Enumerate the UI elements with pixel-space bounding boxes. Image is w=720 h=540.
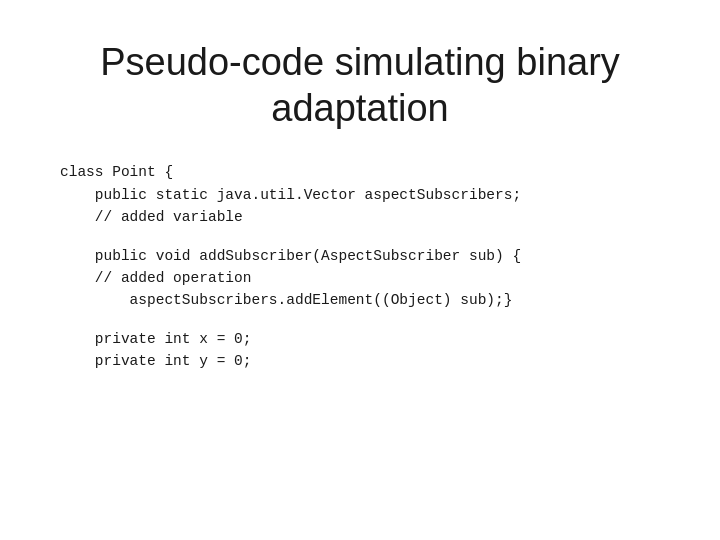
- code-line: public static java.util.Vector aspectSub…: [60, 184, 670, 206]
- code-line: public void addSubscriber(AspectSubscrib…: [60, 245, 670, 267]
- title-line2: adaptation: [271, 87, 449, 129]
- code-line: // added variable: [60, 206, 670, 228]
- title-area: Pseudo-code simulating binary adaptation: [100, 40, 620, 131]
- code-area: class Point { public static java.util.Ve…: [50, 161, 670, 373]
- code-line-private-y: private int y = 0;: [60, 350, 670, 372]
- title-line1: Pseudo-code simulating binary: [100, 41, 620, 83]
- code-blank: [60, 229, 670, 245]
- code-line: aspectSubscribers.addElement((Object) su…: [60, 289, 670, 311]
- code-blank: [60, 312, 670, 328]
- code-line-private-x: private int x = 0;: [60, 328, 670, 350]
- slide-title: Pseudo-code simulating binary adaptation: [100, 40, 620, 131]
- slide-container: Pseudo-code simulating binary adaptation…: [0, 0, 720, 540]
- code-line: class Point {: [60, 161, 670, 183]
- code-line: // added operation: [60, 267, 670, 289]
